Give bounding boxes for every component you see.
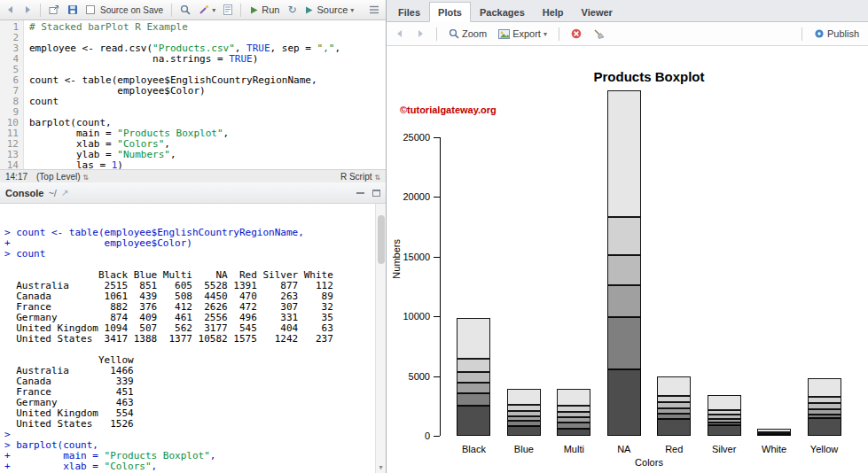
bar-segment-germany (607, 255, 641, 285)
code-line[interactable]: count (29, 97, 386, 107)
updown-caret-icon: ⇅ (82, 174, 89, 182)
rerun-icon[interactable]: ↻ (285, 4, 299, 15)
tab-plots[interactable]: Plots (429, 2, 471, 22)
code-line[interactable]: las = 1) (29, 160, 386, 169)
console-line: United States 1526 (4, 419, 373, 430)
toolbar-separator (171, 4, 172, 17)
bar-segment-united-states (457, 318, 490, 359)
plots-pane: FilesPlotsPackagesHelpViewer Zoom Export… (387, 0, 868, 473)
plot-back-icon[interactable] (393, 28, 407, 39)
bar-segment-australia (457, 406, 490, 436)
toolbar-separator (802, 27, 802, 41)
maximize-pane-icon[interactable] (372, 190, 380, 197)
line-number: 14 (0, 160, 19, 169)
cursor-position: 14:17 (5, 172, 27, 182)
source-editor[interactable]: 1234567891011121314 # Stacked barPlot R … (0, 20, 386, 169)
y-tick (434, 197, 440, 198)
bar-segment-australia (607, 369, 641, 436)
bar-multi[interactable] (557, 389, 590, 436)
remove-plot-icon[interactable] (568, 27, 584, 40)
bar-segment-united-states (808, 378, 841, 397)
y-tick (434, 436, 440, 437)
plot-title: Products Boxplot (441, 69, 857, 84)
scope-selector[interactable]: (Top Level) ⇅ (36, 172, 89, 182)
y-axis (440, 137, 441, 436)
tab-files[interactable]: Files (389, 2, 429, 22)
x-tick-label: Blue (514, 444, 534, 454)
toolbar-separator (559, 27, 559, 41)
run-button[interactable]: Run (246, 4, 282, 16)
console-title[interactable]: Console (5, 188, 43, 198)
console-body[interactable]: > count <- table(employee$EnglishCountry… (0, 204, 386, 473)
bar-segment-australia (657, 419, 691, 436)
plot-watermark: ©tutorialgateway.org (400, 105, 497, 115)
bar-na[interactable] (607, 90, 641, 436)
toolbar-separator (436, 27, 437, 41)
toolbar-separator (240, 4, 241, 17)
bar-segment-canada (557, 423, 590, 429)
source-label: Source (317, 4, 348, 15)
bar-yellow[interactable] (808, 378, 841, 436)
plot-forward-icon[interactable] (413, 28, 427, 39)
bar-black[interactable] (457, 318, 490, 436)
plot-canvas[interactable]: Products Boxplot ©tutorialgateway.org Nu… (387, 46, 868, 473)
clear-all-plots-icon[interactable] (590, 27, 607, 40)
bar-silver[interactable] (708, 395, 741, 436)
goto-directory-icon[interactable]: ↗ (61, 188, 68, 198)
bar-segment-united-kingdom (457, 359, 490, 372)
bar-white[interactable] (757, 429, 791, 436)
code-tools-icon[interactable]: ▾ (196, 4, 218, 16)
forward-icon[interactable] (20, 4, 35, 15)
source-on-save-label: Source on Save (100, 5, 163, 15)
bar-segment-australia (507, 426, 541, 436)
y-tick (434, 257, 440, 258)
zoom-button[interactable]: Zoom (446, 27, 489, 40)
console-line: + employee$Color) (4, 238, 373, 249)
code-line[interactable]: na.strings = TRUE) (29, 54, 386, 65)
tab-packages[interactable]: Packages (471, 2, 534, 22)
y-tick-label: 20000 (387, 191, 430, 202)
bar-segment-united-kingdom (557, 406, 590, 413)
bar-red[interactable] (657, 376, 691, 436)
bar-segment-united-kingdom (607, 217, 641, 255)
chevron-down-icon: ▾ (212, 6, 215, 14)
back-icon[interactable] (4, 4, 18, 15)
editor-status-bar: 14:17 (Top Level) ⇅ R Script ⇅ (0, 169, 386, 182)
publish-label: Publish (827, 28, 859, 39)
bar-segment-france (607, 285, 641, 316)
bar-segment-germany (457, 372, 490, 383)
console-output: > count <- table(employee$EnglishCountry… (4, 228, 373, 473)
source-on-save-checkbox[interactable]: Source on Save (83, 4, 166, 16)
x-tick-label: Silver (712, 444, 737, 454)
x-tick-label: NA (617, 444, 630, 454)
console-scrollbar[interactable]: ▲ ▼ (375, 204, 386, 473)
tab-help[interactable]: Help (534, 2, 573, 22)
document-outline-icon[interactable] (366, 4, 382, 15)
bar-segment-australia (808, 418, 841, 436)
checkbox-box[interactable] (86, 5, 95, 14)
compile-report-icon[interactable] (221, 4, 235, 16)
x-tick-label: Red (665, 444, 683, 454)
scroll-thumb[interactable] (378, 215, 385, 264)
source-button[interactable]: Source▾ (301, 4, 356, 16)
find-icon[interactable] (177, 4, 193, 16)
tab-viewer[interactable]: Viewer (573, 2, 622, 22)
left-column: Source on Save ▾ Run ↻ Source▾ 123456789… (0, 0, 387, 473)
bar-blue[interactable] (507, 388, 541, 436)
editor-code[interactable]: # Stacked barPlot R Example employee <- … (24, 20, 386, 169)
chevron-down-icon: ▾ (543, 30, 547, 38)
code-line[interactable]: # Stacked barPlot R Example (29, 22, 386, 33)
console-working-directory[interactable]: ~/ (48, 188, 56, 198)
x-tick-label: Multi (564, 444, 584, 454)
open-in-new-window-icon[interactable] (46, 4, 62, 16)
save-icon[interactable] (65, 4, 81, 16)
file-type-selector[interactable]: R Script ⇅ (340, 172, 380, 182)
publish-button[interactable]: Publish (811, 27, 862, 40)
plots-tabbar: FilesPlotsPackagesHelpViewer (387, 0, 868, 22)
code-line[interactable]: employee$Color) (29, 86, 386, 97)
console-pane: Console ~/ ↗ > count <- table(employee$E… (0, 182, 386, 473)
minimize-pane-icon[interactable] (356, 192, 364, 194)
export-button[interactable]: Export▾ (496, 27, 550, 40)
chevron-down-icon: ▾ (350, 6, 354, 14)
scroll-down-icon[interactable]: ▼ (376, 463, 386, 473)
